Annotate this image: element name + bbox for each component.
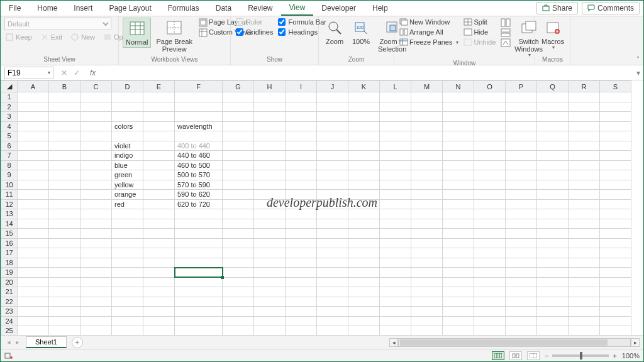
fx-icon[interactable]: fx	[86, 69, 99, 77]
row-header-7[interactable]: 7	[1, 151, 18, 161]
cell-C6[interactable]	[80, 141, 112, 151]
cell-F12[interactable]: 620 to 720	[175, 199, 223, 209]
cell-I1[interactable]	[286, 92, 317, 102]
cell-E3[interactable]	[143, 112, 175, 122]
cell-A6[interactable]	[18, 141, 49, 151]
cell-N22[interactable]	[443, 297, 474, 307]
cell-O21[interactable]	[474, 287, 506, 297]
cell-L20[interactable]	[380, 277, 411, 287]
tab-developer[interactable]: Developer	[313, 1, 364, 15]
cell-I20[interactable]	[286, 277, 317, 287]
cell-H4[interactable]	[254, 121, 286, 131]
cell-L23[interactable]	[380, 307, 411, 317]
cell-A13[interactable]	[18, 209, 49, 219]
cell-O25[interactable]	[474, 326, 506, 336]
cell-F20[interactable]	[175, 277, 223, 287]
row-header-15[interactable]: 15	[1, 229, 18, 239]
cell-I9[interactable]	[286, 170, 317, 180]
cell-E2[interactable]	[143, 102, 175, 112]
cell-D13[interactable]	[112, 209, 143, 219]
cell-Q7[interactable]	[537, 151, 569, 161]
collapse-ribbon-button[interactable]: ˄	[636, 55, 640, 62]
cell-M1[interactable]	[411, 92, 443, 102]
keep-button[interactable]: Keep	[4, 33, 33, 41]
tab-pagelayout[interactable]: Page Layout	[101, 1, 159, 15]
cell-S6[interactable]	[600, 141, 631, 151]
cell-H11[interactable]	[254, 190, 286, 200]
cell-M3[interactable]	[411, 112, 443, 122]
cell-Q14[interactable]	[537, 219, 569, 229]
cell-C9[interactable]	[80, 170, 112, 180]
cell-D20[interactable]	[112, 277, 143, 287]
cell-Q6[interactable]	[537, 141, 569, 151]
cell-D22[interactable]	[112, 297, 143, 307]
cell-B19[interactable]	[49, 268, 80, 278]
cell-L6[interactable]	[380, 141, 411, 151]
cell-O3[interactable]	[474, 112, 506, 122]
cell-Q5[interactable]	[537, 131, 569, 141]
col-header-F[interactable]: F	[175, 81, 223, 92]
cell-E25[interactable]	[143, 326, 175, 336]
cell-F14[interactable]	[175, 219, 223, 229]
cell-L25[interactable]	[380, 326, 411, 336]
cell-M7[interactable]	[411, 151, 443, 161]
cell-S19[interactable]	[600, 268, 631, 278]
cell-R12[interactable]	[569, 199, 600, 209]
cell-B15[interactable]	[49, 229, 80, 239]
cell-J23[interactable]	[317, 307, 348, 317]
cell-S5[interactable]	[600, 131, 631, 141]
cell-F5[interactable]	[175, 131, 223, 141]
cell-K15[interactable]	[348, 229, 380, 239]
cell-O20[interactable]	[474, 277, 506, 287]
cell-C24[interactable]	[80, 316, 112, 326]
cell-P5[interactable]	[506, 131, 537, 141]
cell-H24[interactable]	[254, 316, 286, 326]
cell-B12[interactable]	[49, 199, 80, 209]
cell-C22[interactable]	[80, 297, 112, 307]
cell-R17[interactable]	[569, 248, 600, 258]
cell-P21[interactable]	[506, 287, 537, 297]
cell-S24[interactable]	[600, 316, 631, 326]
cell-B13[interactable]	[49, 209, 80, 219]
cell-R1[interactable]	[569, 92, 600, 102]
unhide-button[interactable]: Unhide	[462, 38, 497, 47]
cell-G5[interactable]	[223, 131, 254, 141]
col-header-L[interactable]: L	[380, 81, 411, 92]
cell-R8[interactable]	[569, 160, 600, 170]
cell-N4[interactable]	[443, 121, 474, 131]
cell-N14[interactable]	[443, 219, 474, 229]
cell-K25[interactable]	[348, 326, 380, 336]
cell-Q24[interactable]	[537, 316, 569, 326]
horizontal-scrollbar[interactable]: ◂ ▸	[359, 338, 643, 347]
cell-J20[interactable]	[317, 277, 348, 287]
cell-E22[interactable]	[143, 297, 175, 307]
cell-C17[interactable]	[80, 248, 112, 258]
cell-Q1[interactable]	[537, 92, 569, 102]
cell-I13[interactable]	[286, 209, 317, 219]
cell-J12[interactable]	[317, 199, 348, 209]
cell-K3[interactable]	[348, 112, 380, 122]
cell-F10[interactable]: 570 to 590	[175, 180, 223, 190]
cell-M16[interactable]	[411, 238, 443, 248]
cell-P24[interactable]	[506, 316, 537, 326]
cell-S12[interactable]	[600, 199, 631, 209]
cell-F19[interactable]	[175, 268, 223, 278]
cell-A5[interactable]	[18, 131, 49, 141]
cell-F1[interactable]	[175, 92, 223, 102]
col-header-P[interactable]: P	[506, 81, 537, 92]
cell-L19[interactable]	[380, 268, 411, 278]
cell-N21[interactable]	[443, 287, 474, 297]
cell-R4[interactable]	[569, 121, 600, 131]
freezepanes-button[interactable]: Freeze Panes▾	[398, 38, 460, 47]
cell-P17[interactable]	[506, 248, 537, 258]
cell-L4[interactable]	[380, 121, 411, 131]
cell-S15[interactable]	[600, 229, 631, 239]
cell-A11[interactable]	[18, 190, 49, 200]
cell-Q12[interactable]	[537, 199, 569, 209]
tab-help[interactable]: Help	[364, 1, 396, 15]
cell-O10[interactable]	[474, 180, 506, 190]
cell-R22[interactable]	[569, 297, 600, 307]
ruler-checkbox[interactable]: Ruler	[235, 18, 274, 26]
cell-J16[interactable]	[317, 238, 348, 248]
cell-C18[interactable]	[80, 258, 112, 268]
